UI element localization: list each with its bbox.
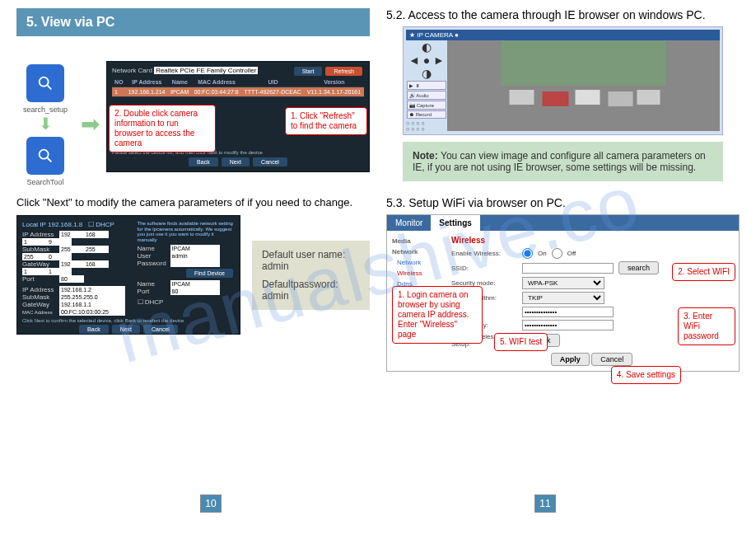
rekey-input[interactable] (522, 320, 614, 330)
tab-settings[interactable]: Settings (431, 215, 479, 231)
search-setup-icon[interactable] (26, 64, 64, 102)
svg-rect-8 (576, 90, 600, 105)
wifi-callout-2: 2. Select WIFI (672, 263, 735, 281)
right-page: 5.2. Access to the camera through IE bro… (386, 8, 740, 486)
key-input[interactable] (522, 307, 614, 317)
enable-off-radio[interactable] (552, 248, 562, 259)
body-text: Click "Next" to modify the camera parame… (16, 196, 370, 209)
ip-field[interactable] (59, 231, 84, 238)
page-number-left: 10 (200, 494, 222, 513)
search-tool-icon[interactable] (26, 137, 64, 175)
wifi-settings-panel: MonitorSettings Media Network Network Wi… (386, 214, 740, 372)
ssid-input[interactable] (522, 263, 614, 274)
svg-rect-4 (502, 40, 666, 86)
security-mode-select[interactable]: WPA-PSK (522, 277, 604, 289)
camera-video (447, 40, 720, 131)
arrow-down-icon: ⬇ (16, 114, 74, 134)
section-header: 5. View via PC (16, 8, 370, 36)
search-setup-label: search_setup (16, 105, 74, 114)
apply-button[interactable]: Apply (551, 353, 590, 366)
svg-point-2 (40, 150, 49, 159)
wifi-callout-3: 3. Enter WiFi password (678, 307, 735, 345)
camera-list-panel: Network Card Realtek PCIe FE Family Cont… (106, 61, 370, 172)
back-button[interactable]: Back (189, 157, 218, 166)
start-button[interactable]: Start (294, 67, 323, 76)
tab-monitor[interactable]: Monitor (387, 215, 431, 231)
search-tool-label: SearchTool (16, 178, 74, 186)
svg-rect-10 (637, 90, 660, 105)
subsection-53: 5.3. Setup WiFi via browser on PC. (386, 196, 740, 209)
wireless-heading: Wireless (451, 236, 732, 245)
wifi-callout-4: 4. Save settings (611, 366, 681, 384)
svg-line-1 (48, 86, 52, 90)
note-box: Note: You can view image and configure a… (403, 142, 723, 181)
page-number-right: 11 (534, 494, 556, 513)
next-button[interactable]: Next (222, 157, 250, 166)
svg-rect-9 (609, 91, 633, 106)
refresh-button[interactable]: Refresh (325, 67, 362, 76)
svg-rect-7 (543, 91, 569, 106)
svg-point-0 (40, 77, 49, 87)
wifi-callout-1: 1. Login camera on browser by using came… (392, 286, 483, 344)
callout-refresh: 1. Click "Refresh" to find the camera (285, 107, 367, 135)
sidebar-item-network[interactable]: Network (392, 257, 440, 268)
cancel-button[interactable]: Cancel (253, 157, 287, 166)
credentials-note: Default user name: admin Defaultpassword… (252, 241, 370, 310)
wifi-callout-5: 5. WIFI test (494, 333, 548, 351)
subsection-52: 5.2. Access to the camera through IE bro… (386, 8, 740, 21)
ie-browser-panel: ★ IP CAMERA ● ◐◄ ● ►◑ ▶ ⏸ 🔊 Audio 📷 Capt… (403, 26, 723, 135)
find-device-button[interactable]: Find Device (186, 269, 233, 278)
wpa-algorithm-select[interactable]: TKIP (522, 292, 604, 304)
svg-line-3 (48, 158, 52, 162)
enable-on-radio[interactable] (522, 248, 533, 259)
callout-doubleclick: 2. Double click camera information to ru… (109, 105, 216, 152)
ip-config-panel: Local IP 192.168.1.8 ☐ DHCP IP Address S… (16, 215, 240, 335)
cancel-button[interactable]: Cancel (591, 353, 632, 366)
camera-table: NOIP AddressNameMAC AddressUIDVersion 11… (112, 77, 364, 97)
left-page: 5. View via PC search_setup ⬇ SearchTool… (16, 8, 370, 486)
search-button[interactable]: search (618, 261, 659, 274)
table-row[interactable]: 1192.168.1.214IPCAM00:FC:03:44:27:8TTTT-… (112, 87, 364, 97)
svg-rect-6 (510, 90, 534, 105)
sidebar-item-wireless[interactable]: Wireless (392, 268, 440, 279)
arrow-right-icon: ➡ (81, 110, 100, 138)
